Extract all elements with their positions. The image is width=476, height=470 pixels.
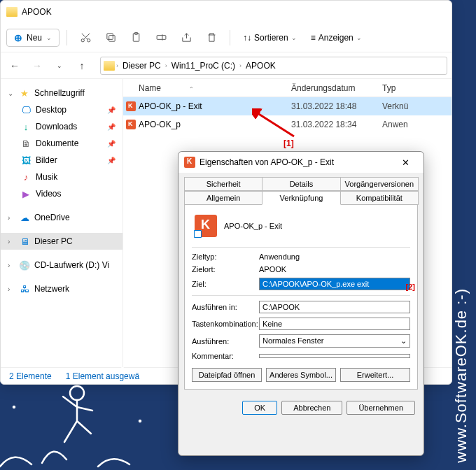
input-start-in[interactable]: C:\APOOK bbox=[259, 301, 410, 313]
chevron-icon: › bbox=[116, 62, 118, 69]
paste-button[interactable] bbox=[125, 28, 147, 48]
sidebar-quick-access[interactable]: ⌄★Schnellzugriff bbox=[1, 85, 122, 101]
sidebar-label: Desktop bbox=[36, 105, 66, 115]
input-shortcut-key[interactable]: Keine bbox=[259, 318, 410, 330]
expand-icon: ⌄ bbox=[8, 90, 15, 97]
tab-compatibility[interactable]: Kompatibilität bbox=[340, 191, 419, 205]
back-button[interactable]: ← bbox=[5, 56, 24, 76]
separator bbox=[192, 295, 410, 296]
sidebar-cd-drive[interactable]: ›💿CD-Laufwerk (D:) Vi bbox=[1, 257, 122, 273]
tab-previous-versions[interactable]: Vorgängerversionen bbox=[340, 177, 419, 191]
sidebar-onedrive[interactable]: ›☁OneDrive bbox=[1, 209, 122, 226]
desktop-icon: 🖵 bbox=[20, 104, 31, 115]
breadcrumb-seg[interactable]: APOOK bbox=[243, 59, 279, 72]
apply-button[interactable]: Übernehmen bbox=[346, 401, 415, 415]
svg-rect-3 bbox=[106, 34, 113, 40]
file-date: 31.03.2022 18:34 bbox=[291, 120, 382, 129]
expand-icon: › bbox=[8, 214, 15, 222]
file-type: Anwen bbox=[382, 120, 408, 129]
status-count: 2 Elemente bbox=[9, 371, 52, 381]
delete-button[interactable] bbox=[200, 28, 223, 48]
cancel-button[interactable]: Abbrechen bbox=[281, 401, 342, 415]
col-date[interactable]: Änderungsdatum bbox=[291, 83, 382, 93]
new-label: Neu bbox=[27, 33, 42, 43]
label-zieltyp: Zieltyp: bbox=[192, 252, 259, 261]
pin-icon: 📌 bbox=[107, 157, 115, 164]
tab-details[interactable]: Details bbox=[262, 177, 340, 191]
up-button[interactable]: ↑ bbox=[72, 56, 92, 76]
view-button[interactable]: ≡ Anzeigen ⌄ bbox=[305, 30, 368, 45]
svg-point-12 bbox=[139, 420, 141, 422]
pin-icon: 📌 bbox=[107, 140, 115, 148]
sidebar: ⌄★Schnellzugriff 🖵Desktop📌 ↓Downloads📌 🗎… bbox=[1, 79, 123, 367]
explorer-titlebar: APOOK bbox=[1, 1, 451, 23]
recent-button[interactable]: ⌄ bbox=[50, 56, 69, 76]
copy-button[interactable] bbox=[99, 28, 122, 48]
input-comment[interactable] bbox=[259, 354, 410, 358]
cut-button[interactable] bbox=[74, 28, 97, 48]
tab-general[interactable]: Allgemein bbox=[184, 191, 262, 205]
advanced-button[interactable]: Erweitert... bbox=[340, 368, 410, 382]
document-icon: 🗎 bbox=[20, 138, 31, 149]
pin-icon: 📌 bbox=[107, 106, 115, 114]
file-name: APO-OK_p bbox=[139, 120, 291, 129]
tab-shortcut[interactable]: Verknüpfung bbox=[262, 191, 340, 205]
value-zieltyp: Anwendung bbox=[259, 252, 410, 261]
video-icon: ▶ bbox=[20, 188, 31, 199]
label-kommentar: Kommentar: bbox=[192, 352, 259, 360]
sidebar-item-videos[interactable]: ▶Videos bbox=[1, 185, 122, 202]
sidebar-item-pictures[interactable]: 🖼Bilder📌 bbox=[1, 152, 122, 169]
value-zielort: APOOK bbox=[259, 265, 410, 273]
svg-rect-2 bbox=[108, 36, 115, 42]
tab-security[interactable]: Sicherheit bbox=[184, 177, 262, 191]
breadcrumb-seg[interactable]: Win11_ProC (C:) bbox=[169, 59, 238, 72]
plus-icon: ⊕ bbox=[14, 32, 22, 43]
sidebar-label: Musik bbox=[36, 172, 57, 182]
sidebar-network[interactable]: ›🖧Netzwerk bbox=[1, 280, 122, 297]
sidebar-item-desktop[interactable]: 🖵Desktop📌 bbox=[1, 101, 122, 118]
expand-icon: › bbox=[8, 285, 15, 293]
disc-icon: 💿 bbox=[19, 259, 30, 271]
shortcut-icon bbox=[195, 215, 217, 237]
open-file-location-button[interactable]: Dateipfad öffnen bbox=[192, 368, 262, 382]
new-button[interactable]: ⊕ Neu ⌄ bbox=[6, 29, 59, 47]
sidebar-label: Downloads bbox=[36, 122, 77, 131]
breadcrumb-seg[interactable]: Dieser PC bbox=[120, 59, 164, 72]
sidebar-label: Dieser PC bbox=[34, 236, 73, 246]
sidebar-item-music[interactable]: ♪Musik bbox=[1, 169, 122, 185]
select-run[interactable]: Normales Fenster⌄ bbox=[259, 334, 410, 348]
chevron-down-icon: ⌄ bbox=[400, 336, 407, 346]
file-name: APO-OK_p - Exit bbox=[139, 101, 291, 111]
chevron-down-icon: ⌄ bbox=[356, 34, 362, 41]
file-row[interactable]: APO-OK_p - Exit 31.03.2022 18:48 Verknü bbox=[123, 97, 451, 115]
label-ausfuehren-in: Ausführen in: bbox=[192, 303, 259, 311]
sidebar-thispc[interactable]: ›🖥Dieser PC bbox=[1, 233, 122, 250]
folder-icon bbox=[6, 7, 18, 17]
sidebar-label: Schnellzugriff bbox=[34, 88, 85, 98]
sidebar-item-downloads[interactable]: ↓Downloads📌 bbox=[1, 118, 122, 135]
tab-content: APO-OK_p - Exit Zieltyp:Anwendung Zielor… bbox=[184, 205, 418, 390]
file-row[interactable]: APO-OK_p 31.03.2022 18:34 Anwen bbox=[123, 115, 451, 134]
col-name[interactable]: Name⌃ bbox=[123, 83, 291, 93]
ok-button[interactable]: OK bbox=[242, 401, 277, 415]
change-icon-button[interactable]: Anderes Symbol... bbox=[266, 368, 336, 382]
sort-button[interactable]: ↑↓ Sortieren ⌄ bbox=[237, 30, 302, 45]
svg-point-8 bbox=[70, 386, 84, 400]
forward-button[interactable]: → bbox=[27, 56, 47, 76]
sidebar-item-documents[interactable]: 🗎Dokumente📌 bbox=[1, 135, 122, 152]
button-row: Dateipfad öffnen Anderes Symbol... Erwei… bbox=[192, 368, 410, 382]
share-button[interactable] bbox=[175, 28, 197, 48]
sidebar-label: Netzwerk bbox=[34, 284, 69, 294]
label-tastenkombination: Tastenkombination: bbox=[192, 320, 259, 328]
close-button[interactable]: ✕ bbox=[393, 152, 418, 172]
view-icon: ≡ bbox=[311, 33, 316, 43]
file-type: Verknü bbox=[382, 101, 408, 111]
rename-button[interactable] bbox=[150, 28, 172, 48]
col-type[interactable]: Typ bbox=[382, 83, 451, 93]
input-target[interactable]: C:\APOOK\APO-OK_p.exe exit bbox=[259, 278, 410, 290]
svg-point-11 bbox=[13, 406, 15, 408]
expand-icon: › bbox=[8, 262, 15, 269]
address-bar[interactable]: › Dieser PC › Win11_ProC (C:) › APOOK bbox=[100, 57, 447, 75]
chevron-down-icon: ⌄ bbox=[291, 34, 297, 41]
sidebar-label: Videos bbox=[36, 189, 61, 199]
